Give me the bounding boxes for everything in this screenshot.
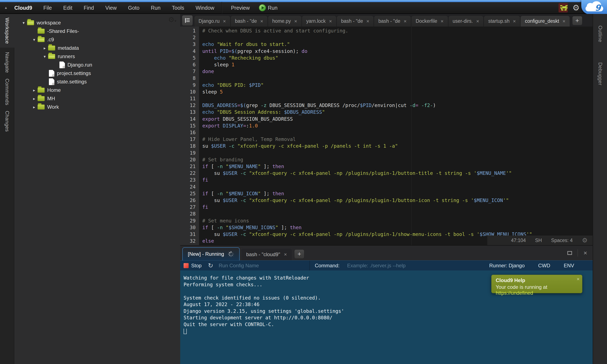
tree-item-label: -Shared Files- (47, 28, 79, 34)
tab-bash-cloud9[interactable]: bash - "cloud9" × (241, 248, 292, 260)
line-number: 10 (180, 89, 196, 95)
code-token: su (202, 198, 223, 203)
tree-item-django-run[interactable]: Django.run (14, 61, 180, 69)
editor-tab-0[interactable]: Django.ru× (194, 16, 230, 26)
close-tab-icon[interactable]: × (284, 251, 287, 257)
tree-item-project-settings[interactable]: project.settings (14, 69, 180, 78)
code-token: "xfconf-query -c xfce4-panel -p /panels … (237, 143, 398, 149)
close-tab-icon[interactable]: × (294, 18, 297, 24)
command-input[interactable]: Example: ./server.js --help (347, 263, 406, 269)
menu-item-edit[interactable]: Edit (58, 2, 78, 14)
sidebar-tab-debugger[interactable]: Debugger (593, 54, 607, 94)
cwd-button[interactable]: CWD (538, 263, 550, 269)
tab-new-running[interactable]: [New] - Running (182, 247, 240, 260)
tree-item--shared-files-[interactable]: -Shared Files- (14, 27, 180, 35)
new-console-tab-button[interactable]: + (294, 249, 304, 259)
editor-tab-label: bash - "de (378, 18, 400, 24)
menu-item-find[interactable]: Find (78, 2, 100, 14)
code-token: $MENU_NAME (477, 170, 506, 176)
env-button[interactable]: ENV (564, 263, 574, 269)
code-token: ]; (261, 191, 272, 196)
close-tab-icon[interactable]: × (476, 18, 479, 24)
tab-list-button[interactable] (182, 15, 193, 26)
menu-item-window[interactable]: Window (190, 2, 220, 14)
collapse-menubar-button[interactable]: ▲ (0, 6, 12, 10)
run-button-label: Run (268, 5, 277, 11)
tree-expand-arrow[interactable]: ▸ (31, 88, 37, 93)
editor-tab-3[interactable]: yarn.lock× (302, 16, 336, 26)
tree-item-workspace[interactable]: ▾workspace (14, 19, 180, 27)
sidebar-tab-changes[interactable]: Changes (0, 107, 14, 136)
tree-expand-arrow[interactable]: ▸ (42, 46, 48, 51)
menu-item-goto[interactable]: Goto (122, 2, 145, 14)
close-tab-icon[interactable]: × (441, 18, 444, 24)
editor-tab-9[interactable]: configure_deskt× (520, 16, 570, 26)
cloud9-menu[interactable]: Cloud9 (12, 5, 38, 11)
spaces-setting[interactable]: Spaces: 4 (551, 237, 573, 244)
code-token: sleep (202, 89, 220, 95)
stop-button[interactable]: Stop (191, 263, 201, 269)
close-tab-icon[interactable]: × (513, 18, 516, 24)
close-tab-icon[interactable]: × (404, 18, 407, 24)
code-token: " (258, 164, 261, 169)
restart-icon[interactable]: ↻ (208, 262, 213, 269)
editor-tab-6[interactable]: Dockerfile× (411, 16, 448, 26)
folder-icon (38, 88, 45, 93)
sidebar-tab-workspace[interactable]: Workspace (0, 14, 14, 48)
tree-item-mh[interactable]: ▸MH (14, 94, 180, 103)
tree-item-runners[interactable]: ▾runners (14, 52, 180, 61)
sidebar-tab-navigate[interactable]: Navigate (0, 48, 14, 77)
editor-tab-8[interactable]: startup.sh× (484, 16, 520, 26)
editor-tab-1[interactable]: bash - "de× (231, 16, 268, 26)
new-tab-button[interactable]: + (572, 16, 582, 25)
debug-bug-icon[interactable] (558, 3, 568, 13)
run-button[interactable]: Run (257, 4, 280, 11)
editor-tab-7[interactable]: user-dirs.× (448, 16, 484, 26)
tree-collapse-arrow[interactable]: ▾ (42, 54, 48, 59)
close-tab-icon[interactable]: × (366, 18, 369, 24)
tree-item-work[interactable]: ▸Work (14, 103, 180, 111)
maximize-panel-icon[interactable] (567, 251, 572, 255)
tree-collapse-arrow[interactable]: ▾ (31, 37, 37, 42)
menu-item-run[interactable]: Run (145, 2, 166, 14)
close-tab-icon[interactable]: × (223, 18, 226, 24)
menu-item-file[interactable]: File (38, 2, 58, 14)
right-sidebar-strip: OutlineDebugger (593, 14, 607, 364)
code-token: grep (246, 103, 261, 108)
preview-button[interactable]: Preview (224, 2, 257, 14)
editor-tab-4[interactable]: bash - "de× (337, 16, 374, 26)
editor-tab-5[interactable]: bash - "de× (374, 16, 411, 26)
settings-gear-icon[interactable]: ⚙ (572, 3, 580, 13)
stop-icon[interactable] (184, 263, 189, 268)
run-config-name-input[interactable]: Run Config Name (219, 263, 307, 269)
close-tab-icon[interactable]: × (563, 18, 566, 24)
tree-item-home[interactable]: ▸Home (14, 86, 180, 94)
code-token: " (322, 109, 325, 115)
tree-expand-arrow[interactable]: ▸ (31, 96, 37, 101)
tree-expand-arrow[interactable]: ▸ (31, 105, 37, 110)
menu-item-view[interactable]: View (100, 2, 122, 14)
code-editor[interactable]: 1234567891011121314151617181920212223242… (180, 26, 593, 245)
line-number: 23 (180, 177, 196, 183)
editor-tab-label: bash - "de (341, 18, 363, 24)
editor-tab-2[interactable]: home.py× (268, 16, 302, 26)
cloud9-logo: 9 (581, 0, 607, 14)
code-token: # Set menu icons (202, 218, 249, 223)
syntax-mode[interactable]: SH (535, 237, 542, 244)
sidebar-tab-commands[interactable]: Commands (0, 77, 14, 107)
popup-title: Cloud9 Help (491, 275, 582, 284)
running-url-link[interactable]: https://undefined (496, 290, 533, 296)
close-tab-icon[interactable]: × (329, 18, 332, 24)
runner-selector[interactable]: Runner: Django (489, 263, 525, 269)
sidebar-tab-outline[interactable]: Outline (593, 14, 607, 54)
tree-item-state-settings[interactable]: state.settings (14, 78, 180, 86)
tree-item-metadata[interactable]: ▸metadata (14, 44, 180, 52)
tree-collapse-arrow[interactable]: ▾ (21, 20, 26, 25)
close-panel-icon[interactable]: × (583, 249, 587, 257)
close-popup-icon[interactable]: × (577, 276, 580, 282)
menu-item-tools[interactable]: Tools (166, 2, 190, 14)
status-gear-icon[interactable]: ⚙ (582, 237, 588, 244)
close-tab-icon[interactable]: × (260, 18, 263, 24)
tree-item--c9[interactable]: ▾.c9 (14, 35, 180, 44)
line-number: 17 (180, 136, 196, 143)
